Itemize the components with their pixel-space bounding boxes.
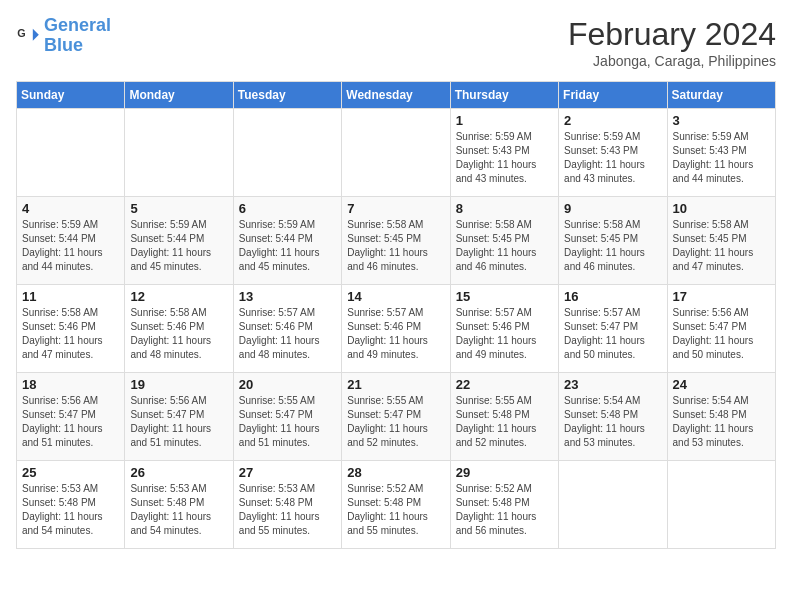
calendar-cell: 28Sunrise: 5:52 AM Sunset: 5:48 PM Dayli… xyxy=(342,461,450,549)
calendar-cell: 29Sunrise: 5:52 AM Sunset: 5:48 PM Dayli… xyxy=(450,461,558,549)
calendar-cell: 23Sunrise: 5:54 AM Sunset: 5:48 PM Dayli… xyxy=(559,373,667,461)
day-info: Sunrise: 5:59 AM Sunset: 5:43 PM Dayligh… xyxy=(456,130,553,186)
calendar-cell xyxy=(342,109,450,197)
logo-icon: G xyxy=(16,24,40,48)
day-number: 15 xyxy=(456,289,553,304)
day-info: Sunrise: 5:58 AM Sunset: 5:45 PM Dayligh… xyxy=(347,218,444,274)
day-info: Sunrise: 5:55 AM Sunset: 5:47 PM Dayligh… xyxy=(239,394,336,450)
calendar-cell xyxy=(559,461,667,549)
calendar-cell: 18Sunrise: 5:56 AM Sunset: 5:47 PM Dayli… xyxy=(17,373,125,461)
logo-blue: Blue xyxy=(44,35,83,55)
calendar-cell: 9Sunrise: 5:58 AM Sunset: 5:45 PM Daylig… xyxy=(559,197,667,285)
day-number: 19 xyxy=(130,377,227,392)
day-info: Sunrise: 5:53 AM Sunset: 5:48 PM Dayligh… xyxy=(22,482,119,538)
day-info: Sunrise: 5:56 AM Sunset: 5:47 PM Dayligh… xyxy=(673,306,770,362)
weekday-header-monday: Monday xyxy=(125,82,233,109)
calendar-cell: 10Sunrise: 5:58 AM Sunset: 5:45 PM Dayli… xyxy=(667,197,775,285)
calendar-cell: 20Sunrise: 5:55 AM Sunset: 5:47 PM Dayli… xyxy=(233,373,341,461)
calendar-cell: 6Sunrise: 5:59 AM Sunset: 5:44 PM Daylig… xyxy=(233,197,341,285)
day-number: 17 xyxy=(673,289,770,304)
day-number: 7 xyxy=(347,201,444,216)
day-info: Sunrise: 5:58 AM Sunset: 5:45 PM Dayligh… xyxy=(673,218,770,274)
calendar-week-3: 11Sunrise: 5:58 AM Sunset: 5:46 PM Dayli… xyxy=(17,285,776,373)
svg-text:G: G xyxy=(17,27,25,39)
day-number: 28 xyxy=(347,465,444,480)
calendar-cell: 22Sunrise: 5:55 AM Sunset: 5:48 PM Dayli… xyxy=(450,373,558,461)
weekday-header-saturday: Saturday xyxy=(667,82,775,109)
calendar-cell: 2Sunrise: 5:59 AM Sunset: 5:43 PM Daylig… xyxy=(559,109,667,197)
calendar-cell: 12Sunrise: 5:58 AM Sunset: 5:46 PM Dayli… xyxy=(125,285,233,373)
day-info: Sunrise: 5:59 AM Sunset: 5:44 PM Dayligh… xyxy=(239,218,336,274)
day-number: 25 xyxy=(22,465,119,480)
weekday-header-sunday: Sunday xyxy=(17,82,125,109)
day-number: 6 xyxy=(239,201,336,216)
month-year-title: February 2024 xyxy=(568,16,776,53)
day-number: 12 xyxy=(130,289,227,304)
day-number: 27 xyxy=(239,465,336,480)
day-info: Sunrise: 5:53 AM Sunset: 5:48 PM Dayligh… xyxy=(130,482,227,538)
calendar-cell xyxy=(233,109,341,197)
day-info: Sunrise: 5:54 AM Sunset: 5:48 PM Dayligh… xyxy=(673,394,770,450)
day-info: Sunrise: 5:56 AM Sunset: 5:47 PM Dayligh… xyxy=(130,394,227,450)
header: G General Blue February 2024 Jabonga, Ca… xyxy=(16,16,776,69)
calendar-week-5: 25Sunrise: 5:53 AM Sunset: 5:48 PM Dayli… xyxy=(17,461,776,549)
day-number: 11 xyxy=(22,289,119,304)
logo-general: General xyxy=(44,15,111,35)
svg-marker-1 xyxy=(33,29,39,41)
day-number: 20 xyxy=(239,377,336,392)
calendar-cell: 11Sunrise: 5:58 AM Sunset: 5:46 PM Dayli… xyxy=(17,285,125,373)
day-info: Sunrise: 5:56 AM Sunset: 5:47 PM Dayligh… xyxy=(22,394,119,450)
day-info: Sunrise: 5:57 AM Sunset: 5:46 PM Dayligh… xyxy=(239,306,336,362)
day-number: 14 xyxy=(347,289,444,304)
logo-text: General Blue xyxy=(44,16,111,56)
calendar-cell: 3Sunrise: 5:59 AM Sunset: 5:43 PM Daylig… xyxy=(667,109,775,197)
calendar-cell: 15Sunrise: 5:57 AM Sunset: 5:46 PM Dayli… xyxy=(450,285,558,373)
calendar-cell: 19Sunrise: 5:56 AM Sunset: 5:47 PM Dayli… xyxy=(125,373,233,461)
day-number: 16 xyxy=(564,289,661,304)
day-info: Sunrise: 5:59 AM Sunset: 5:44 PM Dayligh… xyxy=(130,218,227,274)
weekday-header-thursday: Thursday xyxy=(450,82,558,109)
calendar-cell xyxy=(17,109,125,197)
calendar-cell: 24Sunrise: 5:54 AM Sunset: 5:48 PM Dayli… xyxy=(667,373,775,461)
calendar-cell: 26Sunrise: 5:53 AM Sunset: 5:48 PM Dayli… xyxy=(125,461,233,549)
day-info: Sunrise: 5:53 AM Sunset: 5:48 PM Dayligh… xyxy=(239,482,336,538)
calendar-cell: 5Sunrise: 5:59 AM Sunset: 5:44 PM Daylig… xyxy=(125,197,233,285)
day-number: 10 xyxy=(673,201,770,216)
day-number: 1 xyxy=(456,113,553,128)
calendar-cell: 17Sunrise: 5:56 AM Sunset: 5:47 PM Dayli… xyxy=(667,285,775,373)
day-number: 2 xyxy=(564,113,661,128)
day-number: 13 xyxy=(239,289,336,304)
weekday-header-wednesday: Wednesday xyxy=(342,82,450,109)
day-info: Sunrise: 5:58 AM Sunset: 5:45 PM Dayligh… xyxy=(456,218,553,274)
logo: G General Blue xyxy=(16,16,111,56)
day-number: 23 xyxy=(564,377,661,392)
day-number: 4 xyxy=(22,201,119,216)
day-info: Sunrise: 5:55 AM Sunset: 5:48 PM Dayligh… xyxy=(456,394,553,450)
weekday-header-row: SundayMondayTuesdayWednesdayThursdayFrid… xyxy=(17,82,776,109)
day-info: Sunrise: 5:57 AM Sunset: 5:47 PM Dayligh… xyxy=(564,306,661,362)
day-number: 5 xyxy=(130,201,227,216)
day-number: 8 xyxy=(456,201,553,216)
calendar-cell xyxy=(125,109,233,197)
calendar-cell: 13Sunrise: 5:57 AM Sunset: 5:46 PM Dayli… xyxy=(233,285,341,373)
calendar-week-4: 18Sunrise: 5:56 AM Sunset: 5:47 PM Dayli… xyxy=(17,373,776,461)
weekday-header-friday: Friday xyxy=(559,82,667,109)
title-area: February 2024 Jabonga, Caraga, Philippin… xyxy=(568,16,776,69)
day-info: Sunrise: 5:57 AM Sunset: 5:46 PM Dayligh… xyxy=(456,306,553,362)
calendar-week-1: 1Sunrise: 5:59 AM Sunset: 5:43 PM Daylig… xyxy=(17,109,776,197)
day-info: Sunrise: 5:58 AM Sunset: 5:45 PM Dayligh… xyxy=(564,218,661,274)
day-number: 9 xyxy=(564,201,661,216)
calendar-cell xyxy=(667,461,775,549)
calendar-cell: 7Sunrise: 5:58 AM Sunset: 5:45 PM Daylig… xyxy=(342,197,450,285)
day-number: 29 xyxy=(456,465,553,480)
calendar-cell: 27Sunrise: 5:53 AM Sunset: 5:48 PM Dayli… xyxy=(233,461,341,549)
calendar-cell: 8Sunrise: 5:58 AM Sunset: 5:45 PM Daylig… xyxy=(450,197,558,285)
day-info: Sunrise: 5:58 AM Sunset: 5:46 PM Dayligh… xyxy=(22,306,119,362)
location-subtitle: Jabonga, Caraga, Philippines xyxy=(568,53,776,69)
day-info: Sunrise: 5:54 AM Sunset: 5:48 PM Dayligh… xyxy=(564,394,661,450)
day-info: Sunrise: 5:55 AM Sunset: 5:47 PM Dayligh… xyxy=(347,394,444,450)
day-number: 18 xyxy=(22,377,119,392)
calendar-cell: 14Sunrise: 5:57 AM Sunset: 5:46 PM Dayli… xyxy=(342,285,450,373)
day-info: Sunrise: 5:58 AM Sunset: 5:46 PM Dayligh… xyxy=(130,306,227,362)
day-info: Sunrise: 5:57 AM Sunset: 5:46 PM Dayligh… xyxy=(347,306,444,362)
